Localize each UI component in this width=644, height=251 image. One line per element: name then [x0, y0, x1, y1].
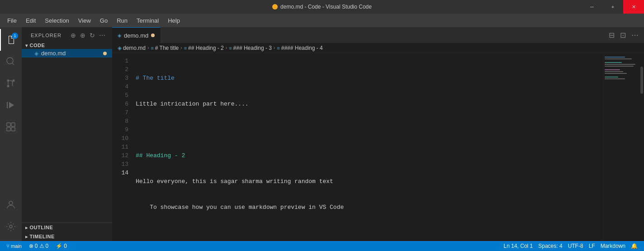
collapse-button[interactable]: ⋯ — [98, 31, 107, 40]
folder-section: ▾ CODE ◈ demo.md — [22, 42, 112, 222]
timeline-section[interactable]: ▸ TIMELINE — [22, 232, 112, 241]
activity-settings[interactable] — [0, 216, 22, 237]
svg-rect-6 — [7, 127, 10, 131]
minimap-line-4 — [605, 62, 622, 63]
tab-label: demo.md — [124, 32, 148, 39]
title-text: demo.md - Code - Visual Studio Code — [272, 4, 372, 10]
activity-account[interactable] — [0, 194, 22, 216]
close-button[interactable]: ✕ — [623, 0, 644, 14]
line-num-2: 2 — [112, 65, 128, 74]
menu-terminal[interactable]: Terminal — [133, 15, 162, 26]
line-num-1: 1 — [112, 57, 128, 65]
menu-view[interactable]: View — [75, 15, 95, 26]
svg-point-9 — [9, 225, 12, 228]
outline-section[interactable]: ▸ OUTLINE — [22, 223, 112, 232]
code-line-5: Hello everyone, this is sagar sharma wri… — [136, 177, 603, 186]
line-num-10: 10 — [112, 134, 128, 143]
title-bar: demo.md - Code - Visual Studio Code ─ + … — [0, 0, 644, 14]
position-label: Ln 14, Col 1 — [504, 243, 533, 249]
git-branch-label: main — [11, 243, 22, 249]
breadcrumb-h3-icon: ≡ — [229, 45, 232, 51]
error-count: 0 — [35, 243, 38, 249]
editor-content[interactable]: 1 2 3 4 5 6 7 8 9 10 11 12 13 14 # The t… — [112, 53, 644, 241]
more-actions-button[interactable]: ⋯ — [630, 30, 640, 40]
window-controls: ─ + ✕ — [582, 0, 644, 14]
breadcrumb-h3-label: ### Heading - 3 — [233, 45, 272, 51]
minimap-line-8 — [605, 69, 620, 70]
breadcrumb-h2[interactable]: ≡ ## Heading - 2 — [184, 45, 224, 51]
minimap-content — [604, 53, 639, 86]
activity-source-control[interactable] — [0, 72, 22, 94]
tab-modified-dot — [151, 34, 155, 37]
menu-edit[interactable]: Edit — [22, 15, 39, 26]
menu-selection[interactable]: Selection — [41, 15, 72, 26]
line-num-9: 9 — [112, 126, 128, 134]
breadcrumb-sep-3: › — [226, 45, 227, 50]
maximize-button[interactable]: + — [602, 0, 623, 14]
folder-code[interactable]: ▾ CODE — [22, 42, 112, 49]
activity-explorer[interactable]: 1 — [0, 29, 22, 51]
tab-file-icon: ◈ — [118, 33, 121, 39]
line-num-6: 6 — [112, 100, 128, 108]
modified-dot — [272, 4, 278, 10]
line-num-11: 11 — [112, 143, 128, 151]
line-num-7: 7 — [112, 108, 128, 117]
breadcrumb-h1[interactable]: ≡ # The title — [151, 45, 179, 51]
breadcrumb-h4-label: #### Heading - 4 — [281, 45, 323, 51]
svg-point-2 — [7, 85, 9, 87]
breadcrumb: ◈ demo.md › ≡ # The title › ≡ ## Heading… — [112, 43, 644, 53]
file-demo-md[interactable]: ◈ demo.md — [22, 49, 112, 58]
spaces-item[interactable]: Spaces: 4 — [535, 241, 565, 251]
tab-actions: ⊟ ⊡ ⋯ — [603, 27, 644, 43]
tab-demo-md[interactable]: ◈ demo.md — [112, 27, 161, 43]
svg-rect-5 — [11, 123, 15, 126]
activity-search[interactable] — [0, 51, 22, 72]
breadcrumb-h3[interactable]: ≡ ### Heading - 3 — [229, 45, 272, 51]
spaces-label: Spaces: 4 — [538, 243, 562, 249]
sidebar-header: Explorer ⊕ ⊕ ↻ ⋯ — [22, 27, 112, 42]
menu-help[interactable]: Help — [164, 15, 184, 26]
git-branch-item[interactable]: ⑂ main — [4, 241, 24, 251]
outline-label: OUTLINE — [30, 225, 53, 230]
errors-item[interactable]: ⊗ 0 ⚠ 0 — [26, 241, 51, 251]
menu-go[interactable]: Go — [96, 15, 111, 26]
line-ending-item[interactable]: LF — [586, 241, 598, 251]
refresh-button[interactable]: ↻ — [89, 31, 96, 40]
language-label: Markdown — [601, 243, 625, 249]
line-num-3: 3 — [112, 74, 128, 82]
notification-bell[interactable]: 🔔 — [628, 241, 640, 251]
breadcrumb-h4[interactable]: ≡ #### Heading - 4 — [277, 45, 323, 51]
code-editor[interactable]: # The title Little intrication part here… — [134, 53, 603, 241]
status-bar: ⑂ main ⊗ 0 ⚠ 0 ⚡ 0 Ln 14, Col 1 Spaces: … — [0, 241, 644, 251]
editor-layout-button[interactable]: ⊡ — [618, 30, 628, 40]
editor-scrollbar[interactable] — [639, 53, 644, 241]
menu-run[interactable]: Run — [113, 15, 131, 26]
remote-item[interactable]: ⚡ 0 — [53, 241, 70, 251]
encoding-item[interactable]: UTF-8 — [565, 241, 586, 251]
activity-run[interactable] — [0, 94, 22, 116]
split-editor-button[interactable]: ⊟ — [607, 30, 616, 40]
remote-icon: ⚡ — [56, 243, 62, 249]
svg-point-8 — [9, 201, 13, 205]
activity-bar-bottom — [0, 194, 22, 241]
breadcrumb-file[interactable]: ◈ demo.md — [118, 45, 146, 51]
code-line-6: To showcase how you can use markdown pre… — [136, 203, 603, 212]
line-num-13: 13 — [112, 160, 128, 169]
code-line-1: # The title — [136, 74, 603, 82]
language-item[interactable]: Markdown — [598, 241, 628, 251]
explorer-badge: 1 — [12, 33, 18, 39]
error-icon: ⊗ — [29, 243, 33, 249]
git-branch-icon: ⑂ — [6, 243, 9, 249]
new-folder-button[interactable]: ⊕ — [79, 31, 87, 40]
breadcrumb-sep-1: › — [147, 45, 149, 50]
menu-file[interactable]: File — [4, 15, 20, 26]
position-item[interactable]: Ln 14, Col 1 — [501, 241, 536, 251]
remote-count: 0 — [64, 243, 67, 249]
breadcrumb-h2-icon: ≡ — [184, 45, 187, 51]
timeline-chevron-icon: ▸ — [25, 234, 28, 239]
line-num-5: 5 — [112, 91, 128, 100]
minimize-button[interactable]: ─ — [582, 0, 602, 14]
new-file-button[interactable]: ⊕ — [70, 31, 77, 40]
sidebar: Explorer ⊕ ⊕ ↻ ⋯ ▾ CODE ◈ demo.md ▸ OUTL — [22, 27, 112, 241]
activity-extensions[interactable] — [0, 116, 22, 138]
